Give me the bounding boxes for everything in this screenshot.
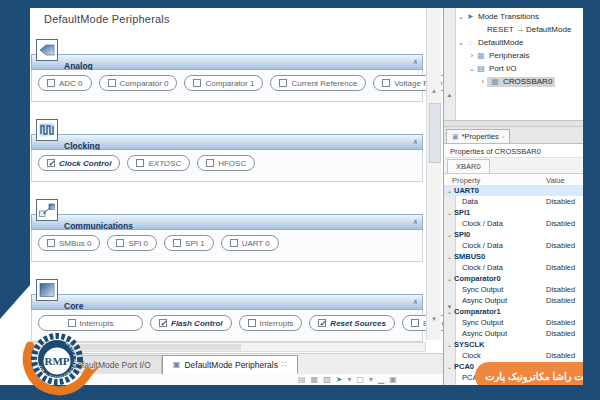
- scroll-down-icon[interactable]: ▼: [427, 316, 441, 322]
- copy-icon[interactable]: ▤: [298, 375, 306, 385]
- dropdown2-icon[interactable]: ▾: [369, 375, 373, 385]
- chevron-down-icon[interactable]: ⌄: [468, 65, 476, 73]
- chevron-right-icon[interactable]: ›: [468, 52, 476, 59]
- chevron-down-icon[interactable]: ⌄: [447, 276, 452, 282]
- checkbox-icon[interactable]: [47, 239, 55, 247]
- property-row-sync-output[interactable]: Sync OutputDisabled: [444, 284, 583, 295]
- peripheral-toggle-spi-1[interactable]: SPI 1: [164, 235, 214, 251]
- tree-item-port-i-o[interactable]: ⌄▤Port I/O: [457, 62, 582, 75]
- peripheral-toggle-flash-control[interactable]: ✓Flash Control: [150, 315, 232, 331]
- section-header-analog[interactable]: Analog«: [31, 54, 423, 70]
- checkbox-icon[interactable]: [47, 79, 55, 87]
- peripheral-label: Flash Control: [171, 319, 223, 328]
- peripheral-toggle-clock-control[interactable]: ✓Clock Control: [38, 155, 120, 171]
- property-row-sysclk[interactable]: ⌄SYSCLK: [444, 339, 583, 350]
- chevron-down-icon[interactable]: ⌄: [447, 254, 452, 260]
- chevron-down-icon[interactable]: ⌄: [447, 309, 452, 315]
- tab-chip-icon: ▣: [173, 361, 181, 369]
- checkbox-icon[interactable]: [279, 79, 287, 87]
- checkbox-icon[interactable]: [193, 79, 201, 87]
- peripheral-toggle-extosc[interactable]: EXTOSC: [127, 155, 190, 171]
- property-row-sync-output[interactable]: Sync OutputDisabled: [444, 317, 583, 328]
- peripheral-toggle-hfosc[interactable]: HFOSC: [197, 155, 255, 171]
- property-row-comparator1[interactable]: ⌄Comparator1: [444, 306, 583, 317]
- property-row-async-output[interactable]: Async OutputDisabled: [444, 295, 583, 306]
- grid-icon[interactable]: ▧: [323, 375, 331, 385]
- property-row-uart0[interactable]: ⌄UART0: [444, 185, 583, 196]
- checkbox-checked-icon[interactable]: ✓: [159, 319, 167, 327]
- tree-item-peripherals[interactable]: ›▦Peripherals: [457, 49, 582, 62]
- property-row-async-output[interactable]: Async OutputDisabled: [444, 328, 583, 339]
- chevron-down-icon[interactable]: ⌄: [447, 210, 452, 216]
- collapse-icon[interactable]: «: [411, 140, 419, 144]
- property-name: Data: [444, 197, 546, 206]
- chevron-down-icon[interactable]: ⌄: [447, 232, 452, 238]
- peripheral-toggle-uart-0[interactable]: UART 0: [221, 235, 279, 251]
- peripheral-toggle-smbus-0[interactable]: SMBus 0: [38, 235, 100, 251]
- checkbox-icon[interactable]: [248, 319, 256, 327]
- property-row-data[interactable]: DataDisabled: [444, 196, 583, 207]
- peripheral-label: EXTOSC: [148, 159, 181, 168]
- run-icon[interactable]: ➤: [336, 375, 343, 385]
- property-row-spi0[interactable]: ⌄SPI0: [444, 229, 583, 240]
- checkbox-icon[interactable]: [411, 319, 419, 327]
- chevron-down-icon[interactable]: ⌄: [447, 364, 452, 370]
- peripheral-toggle-adc-0[interactable]: ADC 0: [38, 75, 92, 91]
- peripheral-toggle-comparator-0[interactable]: Comparator 0: [99, 75, 178, 91]
- property-row-clock-data[interactable]: Clock / DataDisabled: [444, 218, 583, 229]
- chevron-down-icon[interactable]: ⌄: [447, 188, 452, 194]
- minimize-icon[interactable]: ▁: [378, 375, 384, 385]
- peripheral-toggle-current-reference[interactable]: Current Reference: [270, 75, 366, 91]
- close-icon[interactable]: ▫: [502, 134, 504, 140]
- editor-vertical-scrollbar[interactable]: ▲ ▼: [426, 8, 441, 340]
- panel-splitter[interactable]: [444, 120, 583, 127]
- collapse-icon[interactable]: «: [411, 220, 419, 224]
- checkbox-icon[interactable]: [206, 159, 214, 167]
- save-icon[interactable]: ▦: [311, 375, 319, 385]
- tab-xbar0[interactable]: XBAR0: [447, 159, 490, 173]
- checkbox-icon[interactable]: [136, 159, 144, 167]
- checkbox-checked-icon[interactable]: ✓: [47, 159, 55, 167]
- checkbox-icon[interactable]: [230, 239, 238, 247]
- tree-item-crossbar0[interactable]: ›▦CROSSBAR0: [457, 75, 582, 88]
- peripheral-toggle-spi-0[interactable]: SPI 0: [107, 235, 157, 251]
- peripheral-toggle-interrupts[interactable]: Interrupts: [239, 315, 303, 331]
- mode-icon: ◌: [465, 38, 475, 48]
- section-header-core[interactable]: Core«: [31, 294, 423, 310]
- property-row-clock[interactable]: ClockDisabled: [444, 350, 583, 361]
- chevron-down-icon[interactable]: ⌄: [447, 342, 452, 348]
- scroll-up-icon[interactable]: ▲: [427, 88, 441, 94]
- window-icon[interactable]: ▢: [356, 375, 364, 385]
- peripheral-toggle-reset-sources[interactable]: ✓Reset Sources: [309, 315, 395, 331]
- section-header-communications[interactable]: Communications«: [31, 214, 423, 230]
- checkbox-icon[interactable]: [382, 79, 390, 87]
- chevron-right-icon[interactable]: ›: [479, 78, 487, 85]
- tree-item-reset-defaultmode[interactable]: RESET → DefaultMode: [457, 23, 582, 36]
- checkbox-checked-icon[interactable]: ✓: [318, 319, 326, 327]
- page-tab-defaultmode-peripherals[interactable]: ▣DefaultMode Peripherals∷: [162, 355, 298, 374]
- chevron-down-icon[interactable]: ⌄: [457, 39, 465, 47]
- dropdown-icon[interactable]: ▾: [347, 375, 351, 385]
- peripheral-label: SPI 1: [185, 239, 205, 248]
- maximize-icon[interactable]: ▣: [389, 375, 397, 385]
- tree-item-mode-transitions[interactable]: ⌄➤Mode Transitions: [457, 10, 582, 23]
- checkbox-icon[interactable]: [108, 79, 116, 87]
- property-name: ⌄SPI1: [444, 208, 546, 217]
- tree-item-content: RESET → DefaultMode: [487, 25, 571, 34]
- peripheral-toggle-comparator-1[interactable]: Comparator 1: [184, 75, 263, 91]
- collapse-icon[interactable]: «: [411, 60, 419, 64]
- scroll-up-icon[interactable]: ▲: [444, 92, 455, 98]
- chevron-down-icon[interactable]: ⌄: [457, 13, 465, 21]
- tree-item-defaultmode[interactable]: ⌄◌DefaultMode: [457, 36, 582, 49]
- property-row-clock-data[interactable]: Clock / DataDisabled: [444, 262, 583, 273]
- property-row-spi1[interactable]: ⌄SPI1: [444, 207, 583, 218]
- property-row-smbus0[interactable]: ⌄SMBUS0: [444, 251, 583, 262]
- collapse-icon[interactable]: «: [411, 300, 419, 304]
- scrollbar-thumb[interactable]: [429, 103, 441, 163]
- checkbox-icon[interactable]: [116, 239, 124, 247]
- section-header-clocking[interactable]: Clocking«: [31, 134, 423, 150]
- tab-properties[interactable]: ▣ *Properties ▫: [446, 129, 510, 143]
- property-row-clock-data[interactable]: Clock / DataDisabled: [444, 240, 583, 251]
- property-row-comparator0[interactable]: ⌄Comparator0: [444, 273, 583, 284]
- checkbox-icon[interactable]: [173, 239, 181, 247]
